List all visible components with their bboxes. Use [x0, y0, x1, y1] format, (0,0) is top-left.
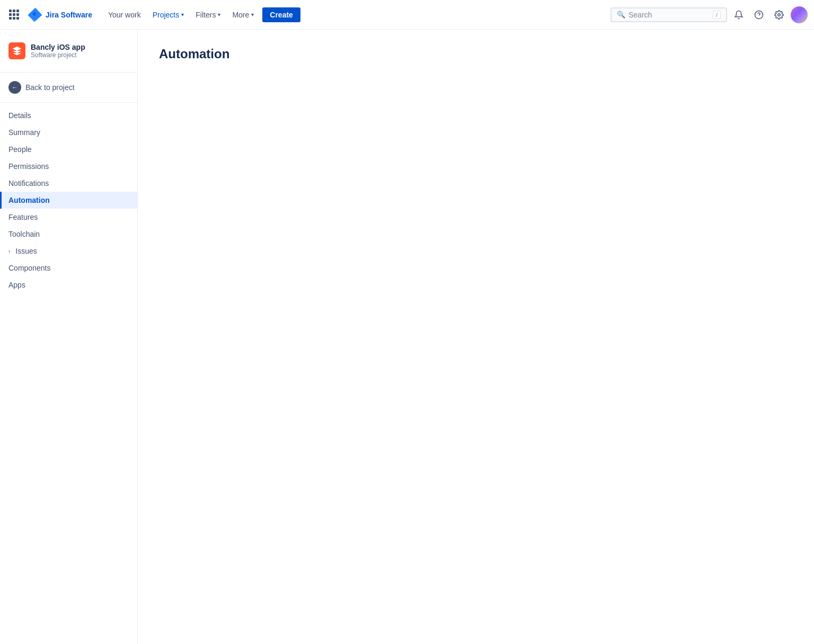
nav-filters[interactable]: Filters ▾ [190, 7, 226, 22]
project-icon [8, 42, 25, 59]
help-button[interactable] [750, 6, 767, 23]
sidebar-item-features[interactable]: Features [0, 209, 137, 226]
nav-projects[interactable]: Projects ▾ [147, 7, 190, 22]
issues-expand-icon: › [8, 248, 10, 254]
jira-logo-icon [28, 7, 42, 22]
sidebar-divider-2 [0, 102, 137, 103]
sidebar-item-permissions[interactable]: Permissions [0, 158, 137, 175]
sidebar-item-apps[interactable]: Apps [0, 276, 137, 293]
sidebar-item-details[interactable]: Details [0, 107, 137, 124]
sidebar-divider [0, 72, 137, 73]
project-info: Bancly iOS app Software project [31, 43, 85, 59]
grid-dots [9, 10, 19, 20]
gear-icon [774, 10, 784, 20]
topnav-menu: Your work Projects ▾ Filters ▾ More ▾ Cr… [103, 7, 300, 22]
user-avatar[interactable] [791, 6, 808, 23]
main-content: Automation [138, 30, 814, 644]
more-chevron-icon: ▾ [251, 12, 254, 17]
create-button[interactable]: Create [262, 7, 300, 22]
grid-menu-icon[interactable] [6, 7, 21, 22]
page-title: Automation [159, 47, 793, 61]
topnav-right: 🔍 Search / [610, 6, 808, 23]
sidebar-item-notifications[interactable]: Notifications [0, 175, 137, 192]
settings-button[interactable] [771, 6, 788, 23]
nav-more[interactable]: More ▾ [227, 7, 259, 22]
search-icon: 🔍 [617, 11, 625, 19]
sidebar-item-summary[interactable]: Summary [0, 124, 137, 141]
project-header: Bancly iOS app Software project [0, 38, 137, 68]
project-name: Bancly iOS app [31, 43, 85, 51]
logo-link[interactable]: Jira Software [28, 7, 92, 22]
back-to-project-button[interactable]: ← Back to project [0, 77, 137, 98]
help-icon [754, 10, 764, 20]
nav-your-work[interactable]: Your work [103, 7, 146, 22]
app-layout: Bancly iOS app Software project ← Back t… [0, 30, 814, 644]
topnav: Jira Software Your work Projects ▾ Filte… [0, 0, 814, 30]
projects-chevron-icon: ▾ [181, 12, 184, 17]
topnav-left: Jira Software Your work Projects ▾ Filte… [6, 7, 300, 22]
svg-point-2 [778, 13, 781, 16]
notifications-button[interactable] [730, 6, 747, 23]
sidebar-item-components[interactable]: Components [0, 260, 137, 276]
project-type: Software project [31, 51, 85, 59]
bell-icon [734, 10, 744, 20]
logo-text: Jira Software [46, 11, 92, 19]
sidebar-item-automation[interactable]: Automation [0, 192, 137, 209]
sidebar: Bancly iOS app Software project ← Back t… [0, 30, 138, 644]
sidebar-item-people[interactable]: People [0, 141, 137, 158]
sidebar-nav: Details Summary People Permissions Notif… [0, 107, 137, 293]
sidebar-item-issues[interactable]: › Issues [0, 243, 137, 260]
back-arrow-icon: ← [8, 81, 21, 94]
filters-chevron-icon: ▾ [218, 12, 220, 17]
sidebar-item-toolchain[interactable]: Toolchain [0, 226, 137, 243]
search-shortcut-badge: / [713, 11, 721, 19]
search-box[interactable]: 🔍 Search / [610, 7, 727, 22]
